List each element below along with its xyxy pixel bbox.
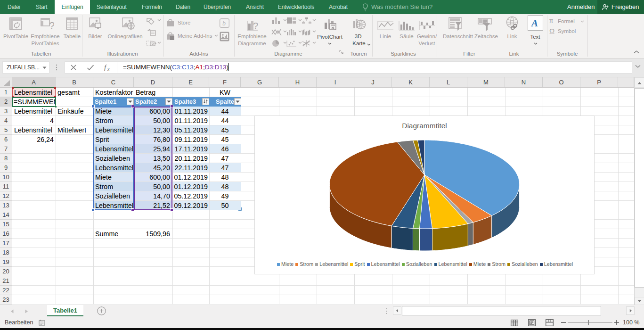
svg-text:A: A [530,17,538,29]
svg-text:?: ? [49,20,54,30]
svg-text:?: ? [253,21,258,31]
svg-text:Ω: Ω [549,27,554,34]
svg-text:x: x [107,66,110,71]
svg-text:π: π [549,17,553,24]
svg-text:b: b [222,20,226,27]
svg-text:f: f [104,64,107,71]
